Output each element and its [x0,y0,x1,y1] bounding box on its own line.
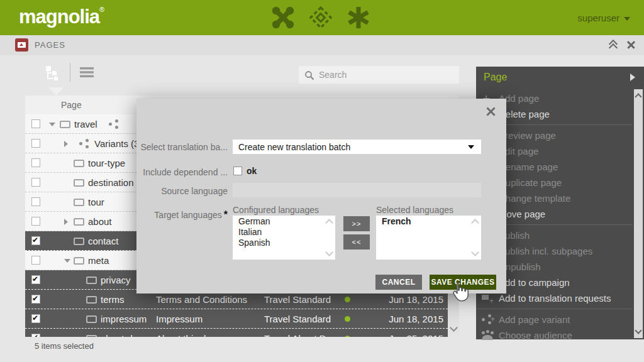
page-name: tour-type [88,158,125,168]
row-checkbox[interactable] [31,314,40,323]
tree-view-icon[interactable] [44,64,61,81]
table-row[interactable]: about-demo About this demo Travel About … [25,329,448,337]
language-option[interactable]: Spanish [233,237,335,248]
page-title-cell: Impressum [156,314,203,324]
page-name: terms [101,294,125,305]
row-checkbox[interactable] [31,197,40,206]
search-box [299,66,459,84]
configured-languages-listbox[interactable]: German Italian Spanish [233,216,335,260]
variants-icon [109,119,119,128]
page-name: impressum [101,314,147,324]
action-label: Add to campaign [499,275,570,290]
action-label: Preview page [499,128,556,143]
tab-bar: PAGES [0,35,644,55]
expander-icon[interactable] [64,219,68,225]
expander-icon[interactable] [64,141,68,147]
trademark: ® [99,6,104,13]
listbox-scroll-down-icon[interactable] [325,248,333,256]
move-left-button[interactable]: << [343,234,370,250]
search-input[interactable] [299,66,459,84]
action-label: Change template [499,190,570,206]
active-view-pointer [48,87,64,96]
row-checkbox[interactable] [31,119,40,128]
page-name: destination [88,177,134,188]
action-item[interactable]: Choose audience [476,327,633,343]
page-node-icon [86,277,97,284]
select-caret-icon [468,145,474,149]
expander-icon[interactable] [49,123,55,126]
tab-pages-label: PAGES [35,40,65,50]
view-toggle [44,63,94,82]
source-language-input[interactable] [233,183,481,197]
app-switch-icon[interactable] [272,6,294,29]
include-field-label: Include dependend ... [136,167,228,177]
logo-text: magnolia [19,6,99,28]
stacked-apps-icon[interactable] [309,6,332,29]
tab-pages[interactable]: PAGES [15,38,65,52]
page-name: meta [88,255,109,266]
dialog-close-icon[interactable] [486,107,495,116]
move-right-button[interactable]: >> [343,216,370,231]
status-dot [345,297,350,302]
translation-dialog: Select translation ba... Create new tran… [136,99,506,293]
page-template-cell: Travel Standard [264,314,331,324]
target-field-label: Target languages* [136,209,228,221]
section-title: Page [484,72,507,83]
listbox-scroll-down-icon[interactable] [471,248,479,256]
language-option[interactable]: French [376,216,481,226]
page-date-cell: Jun 18, 2015 [376,314,443,324]
sidebar-scrollbar[interactable] [634,89,643,338]
page-node-icon [74,218,84,226]
page-name: travel [74,119,97,129]
row-checkbox[interactable] [31,256,40,265]
row-checkbox[interactable] [31,178,40,187]
action-icon [481,329,494,341]
action-label: Publish incl. subpages [499,243,592,259]
action-label: Choose audience [499,327,572,343]
scroll-down-icon[interactable] [635,327,641,334]
page-name: Variants (3) [94,138,142,149]
page-node-icon [74,257,84,265]
row-checkbox[interactable] [31,217,40,226]
include-checkbox[interactable] [233,167,242,175]
expander-icon[interactable] [64,259,70,263]
page-date-cell: Jun 18, 2015 [376,294,443,305]
action-icon [481,314,494,325]
page-node-icon [74,160,84,167]
status-dot [345,316,350,322]
batch-select-value: Create new translation batch [238,142,350,152]
row-checkbox[interactable] [31,158,40,167]
column-header-page[interactable]: Page [61,100,82,110]
scroll-up-icon[interactable] [635,93,641,100]
selected-languages-listbox[interactable]: French [376,216,481,260]
app-bar: magnolia® superuser [0,0,644,35]
action-item[interactable]: Add page variant [476,312,633,327]
table-row[interactable]: impressum Impressum Travel Standard Jun … [25,309,448,329]
sidebar-section-header[interactable]: Page [476,67,644,89]
pages-app-icon [15,38,28,52]
page-node-icon [86,315,97,323]
batch-select[interactable]: Create new translation batch [233,140,481,154]
page-title-cell: Terms and Conditions [156,294,247,305]
list-view-icon[interactable] [79,65,94,80]
pulse-asterisk-icon[interactable] [347,6,370,29]
section-arrow-icon [630,74,635,81]
row-checkbox[interactable] [31,236,40,245]
page-node-icon [60,121,70,128]
page-name: about [88,216,112,227]
collapse-app-icon[interactable] [609,40,617,49]
close-app-icon[interactable] [627,41,635,49]
language-option[interactable]: Italian [233,226,335,237]
action-label: Duplicate page [499,175,562,190]
toolbar-divider [70,63,70,82]
user-menu[interactable]: superuser [577,13,630,23]
row-checkbox[interactable] [31,139,40,148]
language-option[interactable]: German [233,216,335,226]
cancel-button[interactable]: CANCEL [375,275,422,290]
action-label: Add to translation requests [499,290,611,306]
selected-languages-caption: Selected languages [376,205,453,215]
row-checkbox[interactable] [31,275,40,284]
row-checkbox[interactable] [31,295,40,304]
page-node-icon [74,238,84,245]
action-label: Rename page [499,159,558,175]
